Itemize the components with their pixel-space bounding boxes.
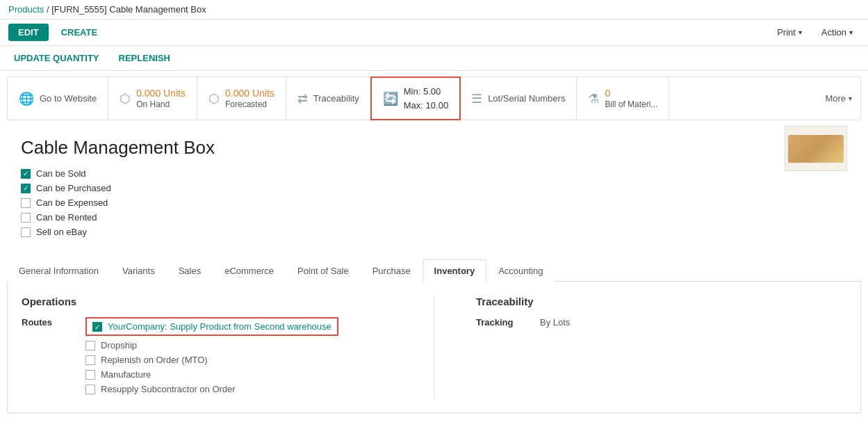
checkbox-label-expensed: Can be Expensed: [36, 198, 108, 208]
checkbox-label-sold: Can be Sold: [36, 168, 86, 179]
route-label-4: Resupply Subcontractor on Order: [101, 384, 236, 394]
stat-bar: 🌐 Go to Website ⬡ 0.000 Units On Hand ⬡ …: [7, 76, 861, 120]
route-item-2: Replenish on Order (MTO): [85, 355, 338, 365]
checkbox-label-rented: Can be Rented: [36, 212, 97, 223]
traceability-icon: ⇄: [297, 91, 308, 106]
action-caret-icon: ▾: [849, 29, 853, 36]
tracking-label: Tracking: [476, 317, 532, 328]
secondary-toolbar: UPDATE QUANTITY REPLENISH: [0, 46, 868, 71]
forecasted-value: 0.000 Units: [225, 87, 275, 99]
main-content: Cable Management Box ✓ Can be Sold ✓ Can…: [7, 126, 861, 259]
edit-button[interactable]: EDIT: [8, 24, 49, 41]
traceability-label: Traceability: [313, 93, 359, 104]
product-image: [785, 126, 847, 171]
route-checkbox-2[interactable]: [85, 355, 95, 365]
route-checkbox-3[interactable]: [85, 370, 95, 380]
checkbox-label-purchased: Can be Purchased: [36, 183, 111, 193]
bom-label: Bill of Materi...: [605, 99, 657, 111]
route-label-3: Manufacture: [101, 369, 151, 380]
forecasted-text: 0.000 Units Forecasted: [225, 87, 275, 111]
bom-text: 0 Bill of Materi...: [605, 87, 657, 111]
replenish-button[interactable]: REPLENISH: [113, 50, 176, 66]
route-label-0: YourCompany: Supply Product from Second …: [108, 321, 331, 332]
max-label: Max:: [404, 100, 426, 111]
tab-columns: Operations Routes ✓ YourCompany: Supply …: [22, 296, 846, 398]
action-button[interactable]: Action ▾: [814, 24, 860, 41]
traceability-column: Traceability Tracking By Lots: [476, 296, 846, 398]
checkbox-box-rented: [21, 213, 31, 223]
on-hand-text: 0.000 Units On Hand: [136, 87, 186, 111]
bom-icon: ⚗: [588, 91, 599, 106]
tab-ecommerce[interactable]: eCommerce: [213, 259, 286, 282]
operations-section-title: Operations: [22, 296, 392, 307]
tab-variants[interactable]: Variants: [110, 259, 167, 282]
breadcrumb-separator: /: [47, 4, 49, 15]
more-stat[interactable]: More ▾: [817, 77, 860, 120]
checkbox-expensed[interactable]: Can be Expensed: [21, 198, 847, 208]
tab-purchase[interactable]: Purchase: [361, 259, 423, 282]
tab-pos[interactable]: Point of Sale: [286, 259, 361, 282]
traceability-stat[interactable]: ⇄ Traceability: [286, 77, 371, 120]
product-title: Cable Management Box: [21, 137, 847, 159]
print-button[interactable]: Print ▾: [770, 24, 809, 41]
reorder-icon: 🔄: [383, 91, 398, 106]
routes-field-row: Routes ✓ YourCompany: Supply Product fro…: [22, 317, 392, 394]
checkbox-rented[interactable]: Can be Rented: [21, 212, 847, 223]
min-value: 5.00: [423, 86, 441, 97]
update-quantity-button[interactable]: UPDATE QUANTITY: [8, 50, 105, 66]
lot-serial-label: Lot/Serial Numbers: [488, 93, 565, 104]
tab-content: Operations Routes ✓ YourCompany: Supply …: [7, 282, 861, 413]
forecasted-label: Forecasted: [225, 99, 275, 111]
more-caret-icon: ▾: [849, 95, 852, 102]
tab-inventory[interactable]: Inventory: [423, 259, 487, 282]
highlighted-route-box: ✓ YourCompany: Supply Product from Secon…: [85, 317, 338, 336]
toolbar-right: Print ▾ Action ▾: [770, 24, 860, 41]
checkbox-box-expensed: [21, 198, 31, 208]
column-divider: [434, 296, 434, 398]
more-label: More: [825, 93, 846, 104]
create-button[interactable]: CREATE: [54, 24, 104, 41]
action-label: Action: [821, 27, 846, 38]
checkbox-sold[interactable]: ✓ Can be Sold: [21, 168, 847, 179]
checkbox-purchased[interactable]: ✓ Can be Purchased: [21, 183, 847, 193]
operations-column: Operations Routes ✓ YourCompany: Supply …: [22, 296, 392, 398]
checkbox-ebay[interactable]: Sell on eBay: [21, 227, 847, 237]
forecasted-stat[interactable]: ⬡ 0.000 Units Forecasted: [197, 77, 286, 120]
tab-accounting[interactable]: Accounting: [486, 259, 555, 282]
min-row: Min: 5.00: [404, 85, 448, 99]
on-hand-label: On Hand: [136, 99, 186, 111]
reorder-text: Min: 5.00 Max: 10.00: [404, 85, 448, 112]
checkbox-group: ✓ Can be Sold ✓ Can be Purchased Can be …: [21, 168, 847, 237]
route-checkbox-1[interactable]: [85, 341, 95, 351]
route-item-4: Resupply Subcontractor on Order: [85, 384, 338, 394]
route-label-1: Dropship: [101, 340, 137, 351]
route-item-3: Manufacture: [85, 369, 338, 380]
reorder-stat[interactable]: 🔄 Min: 5.00 Max: 10.00: [370, 76, 461, 120]
bom-stat[interactable]: ⚗ 0 Bill of Materi...: [577, 77, 669, 120]
route-label-2: Replenish on Order (MTO): [101, 355, 208, 365]
tab-sales[interactable]: Sales: [167, 259, 213, 282]
route-checkbox-0[interactable]: ✓: [92, 322, 102, 332]
go-to-website-stat[interactable]: 🌐 Go to Website: [8, 77, 108, 120]
product-image-visual: [788, 135, 844, 163]
tab-general[interactable]: General Information: [7, 259, 110, 282]
go-to-website-label: Go to Website: [40, 93, 97, 104]
breadcrumb-parent[interactable]: Products: [8, 4, 44, 15]
route-checkbox-4[interactable]: [85, 385, 95, 394]
top-toolbar: EDIT CREATE Print ▾ Action ▾: [0, 19, 868, 46]
lot-serial-stat[interactable]: ☰ Lot/Serial Numbers: [460, 77, 577, 120]
print-caret-icon: ▾: [799, 29, 802, 36]
checkbox-box-ebay: [21, 227, 31, 237]
tracking-field-row: Tracking By Lots: [476, 317, 846, 328]
checkbox-label-ebay: Sell on eBay: [36, 227, 87, 237]
breadcrumb: Products / [FURN_5555] Cable Management …: [0, 0, 868, 19]
tabs: General InformationVariantsSaleseCommerc…: [7, 259, 861, 282]
min-label: Min:: [404, 86, 423, 97]
traceability-section-title: Traceability: [476, 296, 846, 307]
breadcrumb-current: [FURN_5555] Cable Management Box: [51, 4, 206, 15]
checkbox-box-purchased: ✓: [21, 184, 31, 193]
routes-label: Routes: [22, 317, 77, 328]
route-item-1: Dropship: [85, 340, 338, 351]
on-hand-stat[interactable]: ⬡ 0.000 Units On Hand: [108, 77, 197, 120]
lot-serial-icon: ☰: [471, 91, 482, 106]
